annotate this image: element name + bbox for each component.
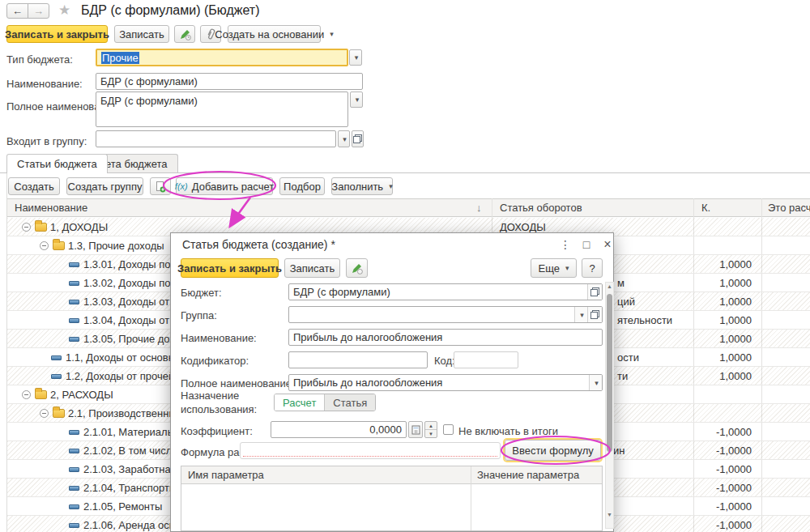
table-header[interactable]: Наименование ↓ Статья оборотов К. Это ра… bbox=[7, 198, 810, 217]
chevron-down-icon: ▾ bbox=[580, 311, 584, 319]
dlg-full-name-dropdown-button[interactable]: ▾ bbox=[589, 375, 602, 390]
create-item-button[interactable]: Создать bbox=[8, 177, 60, 195]
usage-segmented-control[interactable]: РасчетСтатья bbox=[274, 394, 376, 411]
dlg-budget-input[interactable]: БДР (с формулами) bbox=[288, 283, 603, 300]
post-button[interactable] bbox=[174, 25, 195, 43]
dlg-coefficient-calc-button[interactable] bbox=[408, 421, 423, 438]
folder-icon bbox=[35, 223, 47, 232]
dlg-budget-open-button[interactable] bbox=[587, 284, 602, 300]
dialog-save-close-button[interactable]: Записать и закрыть bbox=[181, 258, 279, 278]
full-name-dropdown-button[interactable]: ▾ bbox=[350, 92, 363, 108]
full-name-input[interactable]: БДР (с формулами) bbox=[96, 92, 348, 127]
close-icon: × bbox=[603, 237, 611, 252]
fill-button[interactable]: Заполнить ▾ bbox=[331, 177, 393, 195]
tree-collapse-icon[interactable] bbox=[22, 390, 31, 399]
scroll-up-icon[interactable]: ▲ bbox=[606, 283, 613, 289]
budget-type-label: Тип бюджета: bbox=[6, 53, 73, 66]
parameters-table[interactable]: Имя параметра Значение параметра bbox=[181, 466, 603, 531]
row-k-value: -1,0000 bbox=[694, 482, 752, 494]
usage-option-selected[interactable]: Расчет bbox=[275, 394, 324, 411]
row-name: 1.1, Доходы от основной bbox=[66, 351, 185, 364]
budget-item-dialog: Статья бюджета (создание) * ⋮ □ × Записа… bbox=[170, 232, 614, 532]
tree-collapse-icon[interactable] bbox=[40, 409, 49, 418]
dlg-group-open-button[interactable] bbox=[587, 307, 602, 322]
row-oborot-value: ятельности bbox=[617, 314, 672, 326]
column-header-oborot[interactable]: Статья оборотов bbox=[500, 202, 582, 214]
dlg-full-name-input[interactable]: Прибыль до налогообложения ▾ bbox=[288, 374, 603, 391]
dialog-more-button[interactable]: Еще ▾ bbox=[531, 258, 577, 278]
dlg-coefficient-spinner[interactable]: ▲ ▼ bbox=[424, 421, 437, 438]
scrollbar-thumb[interactable] bbox=[607, 294, 612, 452]
create-copy-button[interactable] bbox=[150, 177, 171, 195]
full-name-value: БДР (с формулами) bbox=[100, 95, 198, 107]
param-name-header: Имя параметра bbox=[188, 469, 264, 481]
dialog-save-button[interactable]: Записать bbox=[284, 258, 340, 278]
dialog-post-button[interactable] bbox=[346, 258, 368, 278]
budget-type-dropdown-button[interactable]: ▾ bbox=[349, 49, 362, 66]
nav-forward-button[interactable]: → bbox=[28, 3, 49, 19]
row-k-value: 1,0000 bbox=[694, 351, 752, 364]
column-header-k[interactable]: К. bbox=[701, 202, 710, 214]
usage-option-other[interactable]: Статья bbox=[324, 394, 375, 411]
item-dash-icon bbox=[69, 430, 79, 435]
nav-back-button[interactable]: ← bbox=[6, 3, 28, 19]
item-dash-icon bbox=[69, 467, 79, 472]
item-dash-icon bbox=[69, 281, 79, 286]
pick-button[interactable]: Подбор bbox=[279, 177, 325, 195]
dlg-code-input[interactable] bbox=[454, 351, 518, 368]
dialog-scrollbar[interactable]: ▲ ▼ bbox=[605, 282, 614, 529]
add-calculation-button[interactable]: f(x) Добавить расчет bbox=[176, 177, 273, 195]
tree-collapse-icon[interactable] bbox=[40, 241, 49, 250]
dlg-full-name-label: Полное наименование: bbox=[181, 377, 295, 389]
item-dash-icon bbox=[69, 523, 79, 528]
item-dash-icon bbox=[69, 449, 79, 453]
dlg-formula-input[interactable] bbox=[240, 442, 501, 459]
pen-clock-icon bbox=[179, 28, 191, 40]
item-dash-icon bbox=[51, 355, 62, 360]
save-close-button[interactable]: Записать и закрыть bbox=[6, 25, 108, 43]
sort-descending-icon: ↓ bbox=[476, 202, 482, 214]
create-group-button[interactable]: Создать группу bbox=[66, 177, 143, 195]
dlg-coefficient-input[interactable]: 0,0000 bbox=[271, 421, 407, 438]
maximize-icon: □ bbox=[583, 238, 590, 251]
row-oborot-value: ости bbox=[617, 351, 639, 364]
save-button[interactable]: Записать bbox=[114, 25, 169, 43]
param-value-header: Значение параметра bbox=[477, 469, 579, 481]
dlg-usage-label: Назначение использования: bbox=[181, 389, 271, 417]
parent-group-dropdown-button[interactable]: ▾ bbox=[338, 130, 350, 147]
dlg-group-dropdown-button[interactable]: ▾ bbox=[574, 307, 587, 322]
dlg-codifier-input[interactable] bbox=[288, 351, 428, 368]
dialog-close-button[interactable]: × bbox=[599, 236, 616, 253]
dialog-help-button[interactable]: ? bbox=[582, 258, 603, 278]
tree-collapse-icon[interactable] bbox=[22, 223, 31, 232]
dlg-budget-label: Бюджет: bbox=[181, 287, 222, 299]
favorite-star-icon[interactable]: ★ bbox=[58, 2, 70, 19]
back-arrow-icon: ← bbox=[12, 5, 23, 17]
create-based-on-button[interactable]: Создать на основании ▾ bbox=[228, 25, 321, 43]
forward-arrow-icon: → bbox=[33, 5, 44, 17]
tab-budget-items[interactable]: Статьи бюджета bbox=[6, 154, 108, 173]
row-k-value: 1,0000 bbox=[694, 333, 752, 345]
open-link-icon bbox=[353, 134, 362, 143]
dlg-name-input[interactable]: Прибыль до налогообложения bbox=[288, 329, 603, 346]
chevron-down-icon: ▾ bbox=[343, 135, 347, 143]
exclude-totals-checkbox[interactable] bbox=[443, 424, 454, 435]
item-dash-icon bbox=[69, 486, 79, 491]
budget-type-input[interactable]: Прочие bbox=[96, 49, 348, 66]
name-input[interactable]: БДР (с формулами) bbox=[96, 73, 363, 90]
spin-down-icon: ▼ bbox=[425, 430, 437, 437]
scroll-down-icon[interactable]: ▼ bbox=[606, 512, 613, 517]
column-header-name[interactable]: Наименование bbox=[15, 202, 87, 214]
dialog-maximize-button[interactable]: □ bbox=[578, 236, 595, 253]
folder-icon bbox=[35, 390, 47, 399]
enter-formula-button[interactable]: Ввести формулу bbox=[505, 440, 601, 461]
dlg-group-input[interactable]: ▾ bbox=[288, 306, 603, 323]
parent-group-open-button[interactable] bbox=[352, 130, 364, 147]
row-oborot-value: ин bbox=[613, 445, 625, 457]
dlg-full-name-value: Прибыль до налогообложения bbox=[293, 377, 589, 389]
parent-group-input[interactable] bbox=[96, 130, 336, 147]
column-header-calc[interactable]: Это расчет bbox=[768, 202, 810, 214]
item-dash-icon bbox=[69, 300, 79, 304]
dialog-menu-button[interactable]: ⋮ bbox=[556, 236, 574, 253]
dlg-budget-value: БДР (с формулами) bbox=[293, 286, 587, 298]
